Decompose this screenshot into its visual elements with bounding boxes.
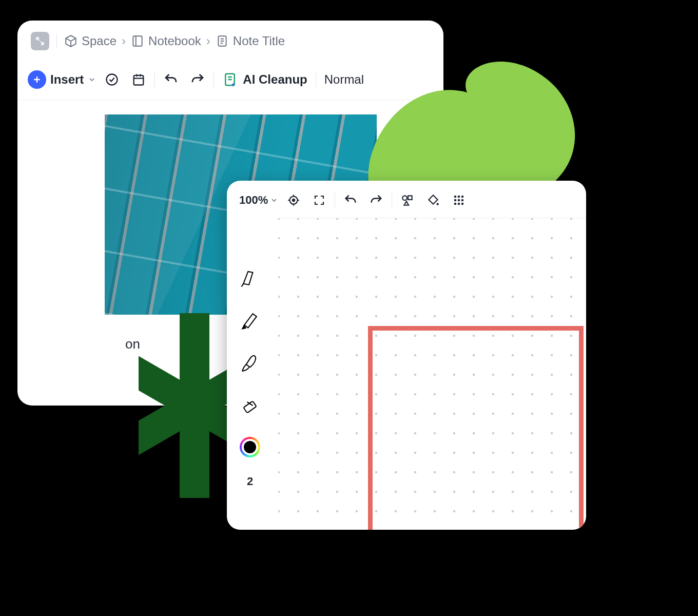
- zoom-value: 100%: [239, 194, 268, 207]
- color-picker[interactable]: [237, 437, 263, 457]
- svg-point-15: [461, 196, 464, 198]
- calendar-icon: [131, 72, 146, 87]
- highlighter-icon: [239, 309, 261, 332]
- tool-rail: 2: [232, 264, 268, 488]
- insert-button[interactable]: Insert: [28, 70, 96, 89]
- apps-button[interactable]: [449, 190, 469, 210]
- highlighter-tool[interactable]: [237, 307, 263, 333]
- svg-point-21: [461, 203, 464, 205]
- calendar-button[interactable]: [128, 69, 149, 90]
- fill-button[interactable]: [423, 190, 443, 210]
- svg-rect-0: [133, 36, 142, 46]
- svg-point-12: [437, 203, 439, 205]
- ai-note-icon: [222, 72, 238, 87]
- svg-point-14: [458, 196, 460, 198]
- pen-icon: [239, 266, 261, 288]
- svg-point-18: [461, 199, 464, 202]
- chevron-down-icon: [88, 75, 96, 84]
- divider: [392, 192, 392, 208]
- redo-icon: [190, 72, 205, 87]
- breadcrumb-space[interactable]: Space: [64, 34, 117, 48]
- fullscreen-icon: [313, 194, 325, 206]
- grid-icon: [453, 194, 465, 206]
- body-text-fragment: on: [125, 336, 140, 352]
- undo-button[interactable]: [160, 69, 182, 90]
- canvas-undo-button[interactable]: [340, 190, 361, 210]
- svg-rect-11: [408, 196, 412, 200]
- divider: [214, 72, 214, 87]
- crosshair-icon: [287, 194, 300, 207]
- task-button[interactable]: [101, 69, 123, 90]
- zoom-dropdown[interactable]: 100%: [239, 194, 278, 207]
- eraser-icon: [239, 395, 261, 418]
- note-icon: [216, 34, 229, 48]
- canvas-redo-button[interactable]: [366, 190, 386, 210]
- shapes-icon: [401, 194, 414, 207]
- breadcrumb-notebook-label: Notebook: [148, 34, 201, 48]
- expand-window-button[interactable]: [31, 32, 49, 50]
- svg-point-20: [458, 203, 460, 205]
- divider: [56, 33, 57, 49]
- ai-cleanup-button[interactable]: AI Cleanup: [219, 72, 310, 87]
- note-topbar: Space › Notebook › Note Title: [17, 21, 443, 60]
- divider: [154, 72, 155, 87]
- svg-point-13: [454, 196, 457, 198]
- undo-icon: [163, 72, 179, 87]
- svg-rect-3: [134, 75, 144, 85]
- eraser-tool[interactable]: [237, 394, 263, 419]
- breadcrumb-note-label: Note Title: [233, 34, 285, 48]
- cube-icon: [64, 34, 77, 48]
- breadcrumb-space-label: Space: [82, 34, 117, 48]
- stroke-width-value[interactable]: 2: [247, 475, 253, 488]
- undo-icon: [343, 193, 358, 207]
- canvas-app-window: 100%: [227, 181, 586, 530]
- redo-icon: [369, 193, 383, 207]
- fullscreen-button[interactable]: [309, 190, 329, 210]
- chevron-right-icon: ›: [206, 34, 210, 48]
- breadcrumb-note[interactable]: Note Title: [216, 34, 285, 48]
- chevron-right-icon: ›: [122, 34, 126, 48]
- chevron-down-icon: [270, 196, 278, 204]
- insert-label: Insert: [50, 72, 84, 87]
- shapes-button[interactable]: [397, 190, 418, 210]
- pen-tool[interactable]: [237, 264, 263, 290]
- svg-point-10: [403, 196, 408, 200]
- svg-point-19: [454, 203, 457, 205]
- divider: [316, 72, 316, 87]
- svg-point-9: [293, 199, 295, 201]
- redo-button[interactable]: [187, 69, 208, 90]
- notebook-icon: [131, 34, 144, 48]
- breadcrumb-notebook[interactable]: Notebook: [131, 34, 201, 48]
- divider: [335, 192, 335, 208]
- brush-tool[interactable]: [237, 351, 263, 376]
- breadcrumb: Space › Notebook › Note Title: [64, 34, 285, 48]
- svg-point-16: [454, 199, 457, 202]
- check-circle-icon: [105, 72, 119, 87]
- expand-icon: [35, 36, 45, 46]
- color-ring-icon: [240, 437, 260, 457]
- plus-icon: [28, 70, 46, 89]
- canvas-area[interactable]: 2: [278, 218, 586, 530]
- drawn-rectangle[interactable]: [368, 326, 584, 530]
- svg-point-2: [107, 74, 118, 85]
- svg-point-17: [458, 199, 460, 202]
- recenter-button[interactable]: [283, 190, 304, 210]
- paint-bucket-icon: [426, 194, 440, 207]
- brush-icon: [239, 352, 261, 375]
- svg-rect-22: [243, 401, 256, 413]
- ai-cleanup-label: AI Cleanup: [243, 72, 307, 87]
- canvas-toolbar: 100%: [227, 181, 586, 218]
